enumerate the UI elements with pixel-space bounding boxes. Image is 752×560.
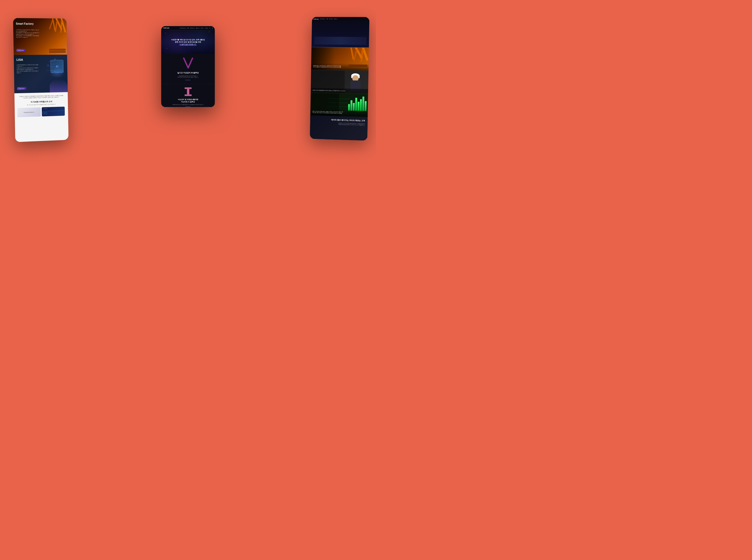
svg-rect-0 bbox=[184, 87, 192, 89]
right-card-1-overlay: ArHA Labs는 오픈 공장 또는 공장에서 실시 데이터의 기반을 패인의… bbox=[311, 63, 369, 71]
nav-item-resources[interactable]: Resources bbox=[190, 28, 195, 29]
lisa-title: LISA bbox=[17, 58, 23, 61]
right-card-2: 다양한 고객의 업업을 통해 어떠한 관련된 노하우를 축적하고, 다는 방식 bbox=[311, 70, 369, 94]
news-image-2: 스마트팩토리 bbox=[42, 106, 65, 116]
nav-lang-icon[interactable]: 🌐 bbox=[212, 28, 213, 29]
left-tablet: Smart Factory 스마트팩토리 현장을 완벽하게 구축할 수 있는 데… bbox=[13, 18, 68, 142]
right-nav-items: Smart Factory LISA Resources About us bbox=[320, 19, 337, 20]
anomaly-read-more[interactable]: Read More ▸ bbox=[164, 80, 212, 81]
right-footer-text: 아하랩스는 우수한 전문가들과 함께 최신 기술을 결합하여 부중함 솔루션을 … bbox=[313, 122, 365, 126]
center-nav-logo: ArHA Labs bbox=[163, 27, 170, 29]
right-screen: ArHA Labs Smart Factory LISA Resources A… bbox=[310, 17, 370, 141]
left-screen: Smart Factory 스마트팩토리 현장을 완벽하게 구축할 수 있는 데… bbox=[13, 18, 68, 142]
right-tablet: ArHA Labs Smart Factory LISA Resources A… bbox=[310, 17, 370, 141]
right-nav: ArHA Labs Smart Factory LISA Resources A… bbox=[312, 17, 370, 21]
ai-chip-label: Ai bbox=[56, 65, 58, 68]
right-card-3-text: 별도의 코딩 없이 환경 설정 파일을 구성하는 것만으로도 환경 구축 또한,… bbox=[312, 111, 365, 115]
center-hero-text: 비전문가를 위한 실시간 이상 감지, 오류 검출 및 분류, 데이터 분석 및… bbox=[167, 39, 209, 46]
right-nav-sf[interactable]: Smart Factory bbox=[320, 19, 325, 20]
anomaly-section: 실시간 이상감지 AI 솔루션 작업 현장에 설치된 다수의 CCTV 영상이무… bbox=[161, 54, 215, 84]
smart-factory-hero: Smart Factory 스마트팩토리 현장을 완벽하게 구축할 수 있는 데… bbox=[13, 18, 67, 55]
nav-item-contact[interactable]: Contact bbox=[205, 28, 208, 29]
right-nav-lisa[interactable]: LISA bbox=[326, 19, 328, 20]
ai-chip-glow bbox=[50, 67, 65, 78]
right-nav-resources[interactable]: Resources bbox=[329, 19, 333, 20]
nav-item-sf[interactable]: Smart Factory bbox=[180, 28, 186, 29]
news-images: AI 산업용 솔루션 현황 수 한다 스마트팩토리 bbox=[17, 106, 65, 117]
inspection-title: 이상 감지 및 외관검사를 위한머신비전 AI 솔루션 bbox=[164, 98, 212, 103]
inspection-read-more[interactable]: Read More ▸ bbox=[164, 106, 212, 107]
lisa-section: Ai LISA 산업용 AI 플랫폼으로, 비전문가도 쉽게 사용할 수 있습니… bbox=[14, 55, 68, 93]
center-tablet: ArHA Labs Smart Factory LISA Resources A… bbox=[161, 26, 215, 107]
right-hero: Introducing the Dataca LISA에의 연동을 통해 실시간… bbox=[312, 21, 370, 47]
center-screen: ArHA Labs Smart Factory LISA Resources A… bbox=[161, 26, 215, 107]
hand-glow bbox=[50, 79, 68, 93]
center-nav: ArHA Labs Smart Factory LISA Resources A… bbox=[161, 26, 215, 30]
nav-item-about[interactable]: About us bbox=[196, 28, 199, 29]
v-shape-icon bbox=[183, 57, 193, 70]
smart-factory-title: Smart Factory bbox=[16, 22, 34, 25]
smart-factory-learn-more[interactable]: Learn more bbox=[16, 49, 25, 52]
nav-item-career[interactable]: Career bbox=[201, 28, 204, 29]
right-card-1: ArHA Labs는 오픈 공장 또는 공장에서 실시 데이터의 기반을 패인의… bbox=[311, 47, 369, 71]
anomaly-title: 실시간 이상감지 AI 솔루션 bbox=[164, 72, 212, 74]
right-footer-card: 데이터 캠프 페이지는 우리의 목표는 고객 아하랩스는 우수한 전문가들과 함… bbox=[310, 115, 368, 141]
right-card-3: 별도의 코딩 없이 환경 설정 파일을 구성하는 것만으로도 환경 구축 또한,… bbox=[310, 93, 368, 117]
nav-search-icon[interactable]: 🔍 bbox=[210, 28, 211, 29]
lisa-desc: 산업용 AI 플랫폼으로, 비전문가도 쉽게 사용할 수 있습니다. → LIS… bbox=[17, 64, 39, 74]
right-card-2-text: 다양한 고객의 업업을 통해 어떠한 관련된 노하우를 축적하고, 다는 방식 bbox=[312, 89, 367, 92]
right-footer-title: 데이터 캠프 페이지는 우리의 목표는 고객 bbox=[313, 118, 365, 122]
smart-factory-desc: 스마트팩토리 현장을 완벽하게 구축할 수 있는 데이터 수집 솔루션입니다. … bbox=[16, 29, 40, 38]
news-image-1: AI 산업용 솔루션 현황 수 한다 bbox=[17, 107, 41, 117]
center-nav-items: Smart Factory LISA Resources About us Ca… bbox=[180, 28, 213, 29]
i-shape-icon bbox=[184, 87, 192, 97]
right-nav-logo: ArHA Labs bbox=[314, 18, 319, 20]
news-sub: AI 기반 프로그램의 추이와 현황을 알아볼 수 있는 정보입니다. bbox=[17, 103, 65, 106]
svg-rect-2 bbox=[184, 94, 192, 96]
nav-item-lisa[interactable]: LISA bbox=[187, 28, 189, 29]
svg-rect-1 bbox=[187, 89, 189, 94]
screens-container: Smart Factory 스마트팩토리 현장을 완벽하게 구축할 수 있는 데… bbox=[0, 0, 376, 280]
center-hero: 비전문가를 위한 실시간 이상 감지, 오류 검출 및 분류, 데이터 분석 및… bbox=[161, 30, 215, 54]
company-desc: 아하랩스는 대량의 데이터를 활용한 산업용 AI 솔루션 개발을 통해, 단순… bbox=[17, 95, 65, 99]
inspection-desc: LISA Inspection은 이미지를 분류하거나 패턴을 찾기 위한 도구… bbox=[164, 104, 212, 105]
left-bottom: 아하랩스는 대량의 데이터를 활용한 산업용 AI 솔루션 개발을 통해, 단순… bbox=[14, 92, 68, 142]
anomaly-desc: 작업 현장에 설치된 다수의 CCTV 영상이무리하게로 비싸지는 문제는 없앨… bbox=[164, 76, 212, 78]
lisa-learn-more[interactable]: Learn more bbox=[17, 87, 26, 90]
right-nav-about[interactable]: About us bbox=[334, 19, 337, 20]
hero-underline: AI 솔루션을 제공합니다. bbox=[179, 44, 196, 45]
right-card-1-text: ArHA Labs는 오픈 공장 또는 공장에서 실시 데이터의 기반을 패인의… bbox=[313, 65, 367, 68]
inspection-section: 이상 감지 및 외관검사를 위한머신비전 AI 솔루션 LISA Inspect… bbox=[161, 84, 215, 107]
